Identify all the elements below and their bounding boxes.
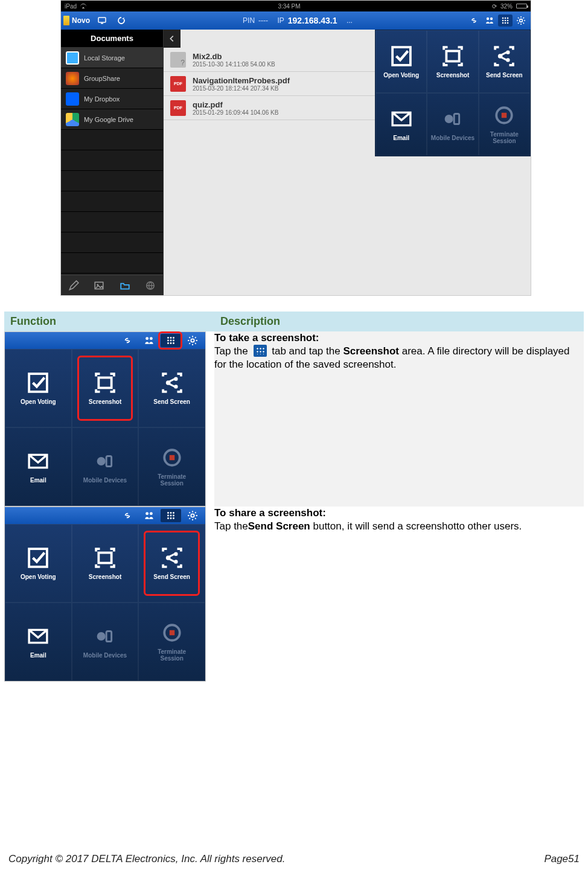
file-area: Mix2.db 2015-10-30 14:11:08 54.00 KB PDF… bbox=[164, 30, 531, 295]
people-icon[interactable] bbox=[482, 14, 497, 27]
action-mobile-devices[interactable]: Mobile Devices bbox=[72, 427, 139, 506]
source-label: My Google Drive bbox=[84, 116, 133, 123]
action-terminate-session[interactable]: Terminate Session bbox=[138, 427, 205, 506]
mini-toolbar bbox=[5, 332, 205, 349]
action-mobile-devices[interactable]: Mobile Devices bbox=[427, 93, 478, 156]
screenshot-icon bbox=[94, 547, 116, 569]
description-send-screen: To share a screenshot: Tap theSend Scree… bbox=[214, 507, 584, 682]
action-email[interactable]: Email bbox=[5, 603, 72, 681]
file-meta: 2015-10-30 14:11:08 54.00 KB bbox=[193, 61, 275, 68]
col-function-header: Function bbox=[4, 312, 214, 331]
local-storage-icon bbox=[66, 51, 79, 65]
file-meta: 2015-01-29 16:09:44 104.06 KB bbox=[193, 109, 278, 116]
action-mobile-devices[interactable]: Mobile Devices bbox=[72, 603, 139, 681]
desc-title: To take a screenshot: bbox=[214, 332, 319, 344]
desc-bold: Screenshot bbox=[343, 345, 399, 357]
action-screenshot[interactable]: Screenshot bbox=[427, 30, 478, 93]
source-label: GroupShare bbox=[84, 75, 120, 82]
grid-menu-icon[interactable] bbox=[498, 14, 513, 27]
terminate-icon bbox=[161, 447, 183, 468]
source-label: My Dropbox bbox=[84, 95, 120, 103]
connection-info: PIN ---- IP 192.168.43.1 ... bbox=[133, 16, 462, 25]
battery-pct: 32% bbox=[500, 3, 513, 10]
action-open-voting[interactable]: Open Voting bbox=[5, 349, 72, 427]
empty-row bbox=[61, 150, 163, 171]
back-button[interactable] bbox=[164, 30, 181, 48]
email-icon bbox=[391, 108, 412, 130]
image-icon[interactable] bbox=[92, 279, 106, 292]
globe-icon[interactable] bbox=[143, 279, 158, 292]
wifi-icon bbox=[80, 4, 86, 8]
source-google-drive[interactable]: My Google Drive bbox=[61, 109, 163, 130]
action-screenshot[interactable]: Screenshot bbox=[72, 349, 139, 427]
ipad-screenshot: iPad 3:34 PM ⟳ 32% Novo PIN ---- IP bbox=[60, 0, 531, 296]
copyright-text: Copyright © 2017 DELTA Electronics, Inc.… bbox=[8, 853, 286, 865]
file-type-icon: PDF bbox=[170, 75, 187, 92]
pin-value: ---- bbox=[258, 16, 268, 25]
action-send-screen[interactable]: Send Screen bbox=[479, 30, 530, 93]
folder-icon[interactable] bbox=[118, 279, 132, 292]
file-type-icon: PDF bbox=[170, 100, 187, 117]
link-icon[interactable] bbox=[467, 14, 481, 27]
pencil-icon[interactable] bbox=[66, 279, 81, 292]
sidebar-title: Documents bbox=[61, 30, 163, 48]
google-drive-icon bbox=[66, 113, 79, 126]
mobile-devices-icon bbox=[94, 625, 116, 647]
action-send-screen[interactable]: Send Screen bbox=[138, 349, 205, 427]
link-icon[interactable] bbox=[117, 509, 138, 522]
email-icon bbox=[27, 625, 49, 647]
action-email[interactable]: Email bbox=[5, 427, 72, 506]
refresh-icon[interactable] bbox=[114, 14, 129, 27]
function-image-send-screen: Open Voting Screenshot Send Screen bbox=[4, 507, 214, 682]
gear-icon[interactable] bbox=[182, 334, 203, 347]
gear-icon[interactable] bbox=[182, 509, 203, 522]
desc-text: button, it will send a screenshotto othe… bbox=[310, 520, 522, 532]
ip-label: IP bbox=[277, 16, 284, 25]
action-send-screen[interactable]: Send Screen bbox=[138, 524, 205, 603]
terminate-icon bbox=[161, 622, 183, 644]
action-open-voting[interactable]: Open Voting bbox=[5, 524, 72, 603]
action-terminate-session[interactable]: Terminate Session bbox=[138, 603, 205, 681]
sidebar: Documents Local Storage GroupShare My Dr… bbox=[61, 30, 164, 295]
grid-menu-icon[interactable] bbox=[161, 334, 181, 347]
groupshare-icon bbox=[66, 72, 79, 85]
gear-icon[interactable] bbox=[514, 14, 528, 27]
monitor-icon[interactable] bbox=[95, 14, 109, 27]
source-dropbox[interactable]: My Dropbox bbox=[61, 89, 163, 109]
people-icon[interactable] bbox=[139, 334, 159, 347]
mobile-devices-icon bbox=[94, 450, 116, 472]
action-terminate-session[interactable]: Terminate Session bbox=[479, 93, 530, 156]
empty-row bbox=[61, 130, 163, 150]
source-groupshare[interactable]: GroupShare bbox=[61, 68, 163, 89]
check-icon bbox=[27, 372, 49, 394]
empty-row bbox=[61, 171, 163, 191]
action-label: Terminate Session bbox=[158, 648, 186, 662]
desc-text: Tap the bbox=[214, 520, 248, 532]
terminate-icon bbox=[493, 104, 515, 126]
desc-text: Tap the bbox=[214, 345, 251, 357]
page-number: Page51 bbox=[544, 853, 580, 865]
brand-icon bbox=[63, 16, 69, 25]
file-name: NavigationItemProbes.pdf bbox=[193, 76, 290, 85]
empty-row bbox=[61, 253, 163, 273]
more-label[interactable]: ... bbox=[347, 16, 353, 25]
link-icon[interactable] bbox=[117, 334, 138, 347]
empty-row bbox=[61, 191, 163, 212]
file-name: Mix2.db bbox=[193, 52, 275, 61]
people-icon[interactable] bbox=[139, 509, 159, 522]
send-screen-icon bbox=[161, 547, 183, 569]
pin-label: PIN bbox=[243, 16, 255, 25]
action-screenshot[interactable]: Screenshot bbox=[72, 524, 139, 603]
send-screen-icon bbox=[493, 45, 515, 67]
mobile-devices-icon bbox=[442, 108, 464, 130]
source-local-storage[interactable]: Local Storage bbox=[61, 48, 163, 68]
screenshot-icon bbox=[442, 45, 464, 67]
action-open-voting[interactable]: Open Voting bbox=[375, 30, 427, 93]
action-label: Terminate Session bbox=[490, 131, 519, 144]
action-label: Send Screen bbox=[153, 398, 190, 405]
action-label: Email bbox=[30, 652, 46, 659]
email-icon bbox=[27, 450, 49, 472]
grid-menu-icon[interactable] bbox=[161, 509, 181, 522]
action-label: Open Voting bbox=[383, 72, 419, 78]
action-email[interactable]: Email bbox=[375, 93, 427, 156]
